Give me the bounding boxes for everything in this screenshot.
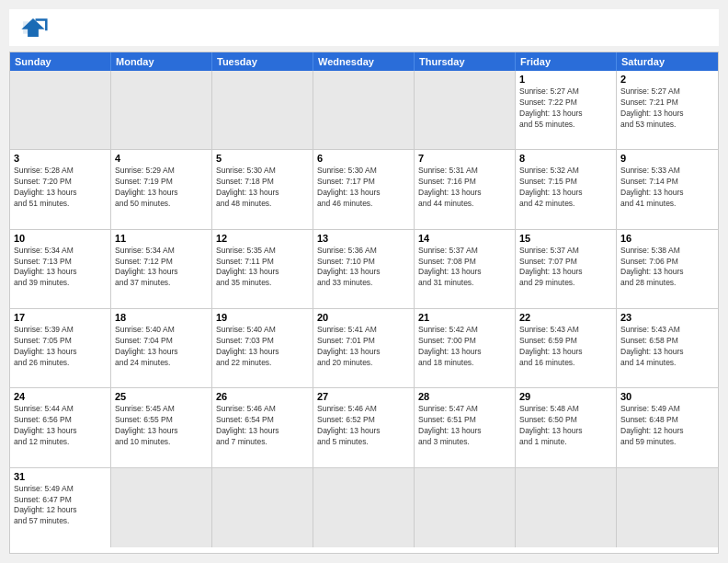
day-number: 12	[216, 233, 309, 244]
page: SundayMondayTuesdayWednesdayThursdayFrid…	[0, 0, 728, 563]
sun-info: Sunrise: 5:46 AM Sunset: 6:54 PM Dayligh…	[216, 404, 309, 448]
logo	[18, 15, 51, 40]
sun-info: Sunrise: 5:30 AM Sunset: 7:17 PM Dayligh…	[317, 166, 410, 210]
day-number: 16	[620, 233, 714, 244]
sun-info: Sunrise: 5:47 AM Sunset: 6:51 PM Dayligh…	[418, 404, 511, 448]
day-number: 21	[418, 312, 511, 323]
day-number: 13	[317, 233, 410, 244]
day-number: 22	[519, 312, 612, 323]
day-number: 5	[216, 153, 309, 164]
sun-info: Sunrise: 5:37 AM Sunset: 7:07 PM Dayligh…	[519, 246, 612, 290]
calendar-header: SundayMondayTuesdayWednesdayThursdayFrid…	[10, 52, 718, 71]
calendar-cell: 23Sunrise: 5:43 AM Sunset: 6:58 PM Dayli…	[617, 309, 718, 388]
calendar-cell: 5Sunrise: 5:30 AM Sunset: 7:18 PM Daylig…	[212, 150, 313, 229]
calendar-cell: 16Sunrise: 5:38 AM Sunset: 7:06 PM Dayli…	[617, 230, 718, 309]
day-of-week-header: Wednesday	[313, 52, 415, 71]
calendar-cell: 9Sunrise: 5:33 AM Sunset: 7:14 PM Daylig…	[617, 150, 718, 229]
day-number: 23	[620, 312, 714, 323]
day-number: 6	[317, 153, 410, 164]
sun-info: Sunrise: 5:33 AM Sunset: 7:14 PM Dayligh…	[620, 166, 714, 210]
calendar-cell	[10, 71, 111, 150]
sun-info: Sunrise: 5:43 AM Sunset: 6:59 PM Dayligh…	[519, 325, 612, 369]
calendar-cell: 19Sunrise: 5:40 AM Sunset: 7:03 PM Dayli…	[212, 309, 313, 388]
day-number: 10	[14, 233, 107, 244]
sun-info: Sunrise: 5:40 AM Sunset: 7:04 PM Dayligh…	[115, 325, 208, 369]
day-number: 15	[519, 233, 612, 244]
header	[9, 9, 719, 46]
day-number: 20	[317, 312, 410, 323]
calendar-cell: 7Sunrise: 5:31 AM Sunset: 7:16 PM Daylig…	[415, 150, 516, 229]
sun-info: Sunrise: 5:31 AM Sunset: 7:16 PM Dayligh…	[418, 166, 511, 210]
calendar-cell: 22Sunrise: 5:43 AM Sunset: 6:59 PM Dayli…	[516, 309, 617, 388]
calendar-cell	[516, 468, 617, 547]
day-number: 31	[14, 471, 107, 482]
calendar-cell: 1Sunrise: 5:27 AM Sunset: 7:22 PM Daylig…	[516, 71, 617, 150]
sun-info: Sunrise: 5:30 AM Sunset: 7:18 PM Dayligh…	[216, 166, 309, 210]
calendar-cell: 4Sunrise: 5:29 AM Sunset: 7:19 PM Daylig…	[111, 150, 212, 229]
calendar-cell: 8Sunrise: 5:32 AM Sunset: 7:15 PM Daylig…	[516, 150, 617, 229]
sun-info: Sunrise: 5:38 AM Sunset: 7:06 PM Dayligh…	[620, 246, 714, 290]
calendar-cell: 18Sunrise: 5:40 AM Sunset: 7:04 PM Dayli…	[111, 309, 212, 388]
calendar-cell: 21Sunrise: 5:42 AM Sunset: 7:00 PM Dayli…	[415, 309, 516, 388]
calendar-cell	[415, 71, 516, 150]
sun-info: Sunrise: 5:43 AM Sunset: 6:58 PM Dayligh…	[620, 325, 714, 369]
calendar-cell: 13Sunrise: 5:36 AM Sunset: 7:10 PM Dayli…	[313, 230, 415, 309]
day-number: 4	[115, 153, 208, 164]
calendar-cell: 28Sunrise: 5:47 AM Sunset: 6:51 PM Dayli…	[415, 388, 516, 467]
calendar-cell: 10Sunrise: 5:34 AM Sunset: 7:13 PM Dayli…	[10, 230, 111, 309]
sun-info: Sunrise: 5:32 AM Sunset: 7:15 PM Dayligh…	[519, 166, 612, 210]
day-number: 17	[14, 312, 107, 323]
calendar-cell: 3Sunrise: 5:28 AM Sunset: 7:20 PM Daylig…	[10, 150, 111, 229]
day-number: 8	[519, 153, 612, 164]
calendar-cell	[111, 468, 212, 547]
day-of-week-header: Friday	[516, 52, 617, 71]
day-number: 7	[418, 153, 511, 164]
sun-info: Sunrise: 5:35 AM Sunset: 7:11 PM Dayligh…	[216, 246, 309, 290]
calendar-cell: 20Sunrise: 5:41 AM Sunset: 7:01 PM Dayli…	[313, 309, 415, 388]
calendar-cell: 17Sunrise: 5:39 AM Sunset: 7:05 PM Dayli…	[10, 309, 111, 388]
day-number: 2	[620, 74, 714, 85]
day-of-week-header: Monday	[111, 52, 212, 71]
day-of-week-header: Thursday	[415, 52, 516, 71]
calendar: SundayMondayTuesdayWednesdayThursdayFrid…	[9, 52, 719, 554]
calendar-cell: 25Sunrise: 5:45 AM Sunset: 6:55 PM Dayli…	[111, 388, 212, 467]
calendar-cell	[313, 468, 415, 547]
calendar-cell: 29Sunrise: 5:48 AM Sunset: 6:50 PM Dayli…	[516, 388, 617, 467]
sun-info: Sunrise: 5:27 AM Sunset: 7:21 PM Dayligh…	[620, 86, 714, 131]
sun-info: Sunrise: 5:44 AM Sunset: 6:56 PM Dayligh…	[14, 404, 107, 448]
day-number: 1	[519, 74, 612, 85]
day-number: 24	[14, 391, 107, 402]
calendar-cell: 27Sunrise: 5:46 AM Sunset: 6:52 PM Dayli…	[313, 388, 415, 467]
day-of-week-header: Saturday	[617, 52, 718, 71]
generalblue-logo-icon	[18, 15, 48, 40]
calendar-cell: 31Sunrise: 5:49 AM Sunset: 6:47 PM Dayli…	[10, 468, 111, 547]
calendar-cell: 14Sunrise: 5:37 AM Sunset: 7:08 PM Dayli…	[415, 230, 516, 309]
calendar-cell	[313, 71, 415, 150]
sun-info: Sunrise: 5:29 AM Sunset: 7:19 PM Dayligh…	[115, 166, 208, 210]
calendar-cell: 6Sunrise: 5:30 AM Sunset: 7:17 PM Daylig…	[313, 150, 415, 229]
calendar-cell: 24Sunrise: 5:44 AM Sunset: 6:56 PM Dayli…	[10, 388, 111, 467]
sun-info: Sunrise: 5:49 AM Sunset: 6:47 PM Dayligh…	[14, 484, 107, 528]
day-of-week-header: Sunday	[10, 52, 111, 71]
day-number: 19	[216, 312, 309, 323]
calendar-cell	[212, 468, 313, 547]
sun-info: Sunrise: 5:39 AM Sunset: 7:05 PM Dayligh…	[14, 325, 107, 369]
calendar-cell: 12Sunrise: 5:35 AM Sunset: 7:11 PM Dayli…	[212, 230, 313, 309]
day-number: 30	[620, 391, 714, 402]
day-number: 25	[115, 391, 208, 402]
day-number: 14	[418, 233, 511, 244]
calendar-cell	[415, 468, 516, 547]
sun-info: Sunrise: 5:37 AM Sunset: 7:08 PM Dayligh…	[418, 246, 511, 290]
calendar-cell	[212, 71, 313, 150]
calendar-cell	[617, 468, 718, 547]
calendar-body: 1Sunrise: 5:27 AM Sunset: 7:22 PM Daylig…	[10, 71, 718, 547]
day-number: 27	[317, 391, 410, 402]
calendar-cell: 11Sunrise: 5:34 AM Sunset: 7:12 PM Dayli…	[111, 230, 212, 309]
calendar-cell: 30Sunrise: 5:49 AM Sunset: 6:48 PM Dayli…	[617, 388, 718, 467]
sun-info: Sunrise: 5:40 AM Sunset: 7:03 PM Dayligh…	[216, 325, 309, 369]
calendar-cell: 26Sunrise: 5:46 AM Sunset: 6:54 PM Dayli…	[212, 388, 313, 467]
day-number: 26	[216, 391, 309, 402]
sun-info: Sunrise: 5:34 AM Sunset: 7:12 PM Dayligh…	[115, 246, 208, 290]
sun-info: Sunrise: 5:49 AM Sunset: 6:48 PM Dayligh…	[620, 404, 714, 448]
sun-info: Sunrise: 5:45 AM Sunset: 6:55 PM Dayligh…	[115, 404, 208, 448]
